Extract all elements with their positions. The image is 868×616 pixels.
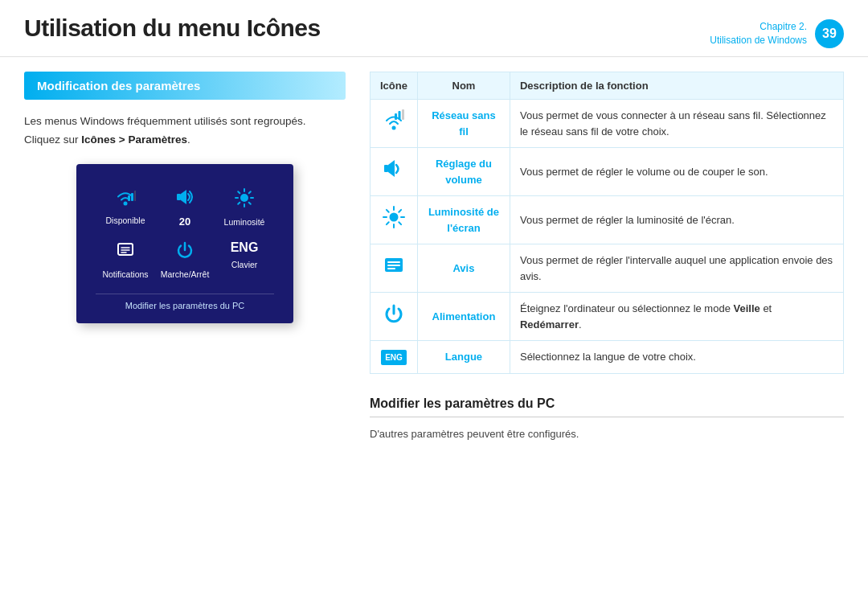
table-row: Luminosité de l'écran Vous permet de rég… [371,196,844,244]
svg-rect-1 [128,195,130,201]
svg-line-11 [238,191,240,193]
keyboard-icon-win: ENG [231,240,259,255]
win-item-notifications: Notifications [96,232,155,284]
icon-cell-wifi [371,100,418,148]
desc-cell-language: Sélectionnez la langue de votre choix. [510,341,843,374]
col-header-desc: Description de la fonction [510,72,843,100]
svg-rect-4 [177,194,181,200]
svg-rect-21 [398,111,400,120]
left-column: Modification des paramètres Les menus Wi… [24,72,370,443]
svg-marker-5 [181,190,186,204]
intro-text: Les menus Windows fréquemment utilisés s… [24,113,346,150]
svg-line-33 [387,222,389,224]
win-label-notifications: Notifications [102,269,148,279]
wifi-icon [115,188,136,211]
win-label-disponible: Disponible [105,216,145,225]
chapter-info: Chapitre 2. Utilisation de Windows 39 [710,19,844,48]
bottom-title: Modifier les paramètres du PC [370,396,844,417]
svg-line-30 [387,209,389,211]
icon-cell-avis [371,244,418,293]
svg-rect-15 [118,244,133,255]
svg-point-19 [391,125,395,129]
name-cell-volume: Réglage du volume [417,148,510,196]
windows-ui-mockup: Disponible 20 [76,164,293,323]
power-table-icon [383,310,404,328]
name-cell-wifi: Réseau sans fil [417,100,510,148]
avis-table-icon [383,261,405,279]
table-row: Avis Vous permet de régler l'intervalle … [371,244,844,293]
power-icon-win [176,240,194,265]
win-footer: Modifier les paramètres du PC [96,294,274,310]
svg-line-31 [399,222,401,224]
svg-rect-23 [384,165,388,172]
svg-line-14 [238,203,240,204]
svg-point-6 [240,194,248,202]
svg-marker-24 [388,160,395,177]
col-header-icon: Icône [371,72,418,100]
svg-point-25 [389,212,398,221]
win-item-volume: 20 [155,180,215,232]
win-item-wifi: Disponible [96,180,155,232]
main-content: Modification des paramètres Les menus Wi… [0,72,868,443]
page-title: Utilisation du menu Icônes [24,14,321,42]
right-column: Icône Nom Description de la fonction [370,72,844,443]
name-cell-power: Alimentation [417,293,510,341]
desc-cell-brightness: Vous permet de régler la luminosité de l… [510,196,843,244]
language-table-icon: ENG [381,350,407,365]
brightness-icon-win [235,188,254,212]
chapter-sub: Utilisation de Windows [710,34,807,47]
icon-cell-language: ENG [371,341,418,374]
table-row: Réseau sans fil Vous permet de vous conn… [371,100,844,148]
svg-point-0 [124,201,128,205]
intro-link: Icônes > Paramètres [81,133,187,146]
svg-rect-20 [395,113,397,120]
section-header: Modification des paramètres [24,72,346,100]
bottom-section: Modifier les paramètres du PC D'autres p… [370,396,844,443]
icon-cell-volume [371,148,418,196]
name-cell-avis: Avis [417,244,510,293]
chapter-badge: 39 [815,19,844,48]
svg-line-32 [399,209,401,211]
win-label-volume: 20 [179,216,190,228]
notifications-icon-win [117,240,134,265]
icon-cell-brightness [371,196,418,244]
brightness-table-icon [383,214,405,232]
win-ui-grid: Disponible 20 [96,180,274,284]
volume-icon-win [175,188,194,211]
win-label-brightness: Luminosité [224,217,265,227]
svg-rect-2 [131,193,133,201]
desc-cell-wifi: Vous permet de vous connecter à un résea… [510,100,843,148]
bottom-text: D'autres paramètres peuvent être configu… [370,425,844,443]
chapter-label: Chapitre 2. [710,20,807,34]
svg-rect-22 [402,109,404,120]
name-cell-brightness: Luminosité de l'écran [417,196,510,244]
intro-line2-suffix: . [187,133,190,146]
table-row: Réglage du volume Vous permet de régler … [371,148,844,196]
win-label-keyboard: Clavier [231,260,258,269]
desc-cell-avis: Vous permet de régler l'intervalle auque… [510,244,843,293]
col-header-name: Nom [417,72,510,100]
intro-line1: Les menus Windows fréquemment utilisés s… [24,115,305,127]
table-row: Alimentation Éteignez l'ordinateur ou sé… [371,293,844,341]
win-label-power: Marche/Arrêt [161,269,210,279]
win-item-brightness: Luminosité [215,180,274,232]
desc-cell-power: Éteignez l'ordinateur ou sélectionnez le… [510,293,843,341]
desc-cell-volume: Vous permet de régler le volume ou de co… [510,148,843,196]
svg-rect-3 [134,191,136,201]
table-row: ENG Langue Sélectionnez la langue de vot… [371,341,844,374]
win-item-power: Marche/Arrêt [155,232,215,284]
wifi-table-icon [382,117,406,135]
volume-table-icon [383,165,405,183]
intro-line2-prefix: Cliquez sur [24,133,81,146]
icon-cell-power [371,293,418,341]
win-item-keyboard: ENG Clavier [215,232,274,284]
chapter-text: Chapitre 2. Utilisation de Windows [710,20,807,47]
svg-line-13 [249,191,251,193]
page-header: Utilisation du menu Icônes Chapitre 2. U… [0,0,868,57]
name-cell-language: Langue [417,341,510,374]
feature-table: Icône Nom Description de la fonction [370,72,844,374]
svg-line-12 [249,203,251,204]
